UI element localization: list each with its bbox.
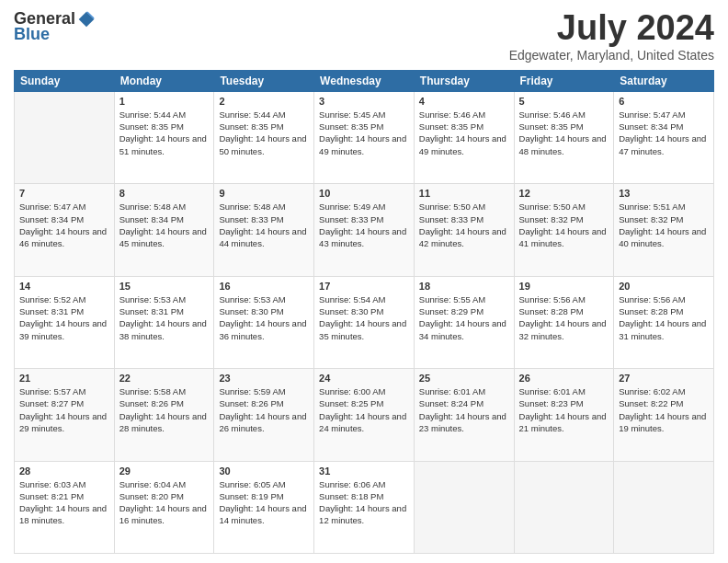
calendar-cell-1-1: 8Sunrise: 5:48 AMSunset: 8:34 PMDaylight…	[114, 184, 214, 276]
day-number: 13	[619, 188, 709, 199]
calendar-header-saturday: Saturday	[614, 70, 714, 91]
day-number: 29	[119, 465, 210, 477]
day-number: 9	[219, 188, 309, 199]
calendar-cell-3-6: 27Sunrise: 6:02 AMSunset: 8:22 PMDayligh…	[614, 369, 714, 461]
day-info: Sunrise: 6:05 AMSunset: 8:19 PMDaylight:…	[219, 478, 309, 527]
calendar-cell-2-4: 18Sunrise: 5:55 AMSunset: 8:29 PMDayligh…	[414, 276, 514, 368]
day-number: 19	[519, 281, 609, 292]
day-info: Sunrise: 5:50 AMSunset: 8:32 PMDaylight:…	[519, 201, 609, 249]
day-info: Sunrise: 5:54 AMSunset: 8:30 PMDaylight:…	[319, 293, 409, 342]
calendar-cell-2-1: 15Sunrise: 5:53 AMSunset: 8:31 PMDayligh…	[114, 276, 214, 368]
day-number: 18	[419, 281, 509, 292]
day-info: Sunrise: 5:57 AMSunset: 8:27 PMDaylight:…	[19, 385, 109, 434]
day-number: 17	[319, 281, 409, 292]
day-number: 12	[519, 188, 609, 199]
day-number: 10	[319, 188, 409, 199]
calendar-cell-0-0	[15, 91, 115, 183]
logo-icon	[77, 10, 96, 29]
calendar-week-row-3: 21Sunrise: 5:57 AMSunset: 8:27 PMDayligh…	[15, 369, 714, 461]
day-number: 30	[219, 465, 309, 477]
calendar-header-monday: Monday	[114, 70, 214, 91]
day-number: 16	[219, 281, 309, 292]
day-info: Sunrise: 5:44 AMSunset: 8:35 PMDaylight:…	[119, 109, 210, 157]
logo: General Blue	[14, 9, 96, 44]
calendar-cell-0-2: 2Sunrise: 5:44 AMSunset: 8:35 PMDaylight…	[214, 91, 314, 183]
day-info: Sunrise: 5:56 AMSunset: 8:28 PMDaylight:…	[619, 293, 709, 342]
calendar-week-row-2: 14Sunrise: 5:52 AMSunset: 8:31 PMDayligh…	[15, 276, 714, 368]
day-number: 5	[519, 96, 609, 107]
main-title: July 2024	[509, 9, 714, 48]
calendar-cell-0-4: 4Sunrise: 5:46 AMSunset: 8:35 PMDaylight…	[414, 91, 514, 183]
day-info: Sunrise: 6:01 AMSunset: 8:24 PMDaylight:…	[419, 385, 509, 434]
day-number: 6	[619, 96, 709, 107]
day-number: 23	[219, 373, 309, 384]
calendar-cell-0-3: 3Sunrise: 5:45 AMSunset: 8:35 PMDaylight…	[314, 91, 415, 183]
day-info: Sunrise: 6:01 AMSunset: 8:23 PMDaylight:…	[519, 385, 609, 434]
calendar-cell-4-5	[514, 461, 614, 553]
calendar-week-row-0: 1Sunrise: 5:44 AMSunset: 8:35 PMDaylight…	[15, 91, 714, 183]
day-info: Sunrise: 5:53 AMSunset: 8:30 PMDaylight:…	[219, 293, 309, 342]
day-number: 25	[419, 373, 509, 384]
day-number: 8	[119, 188, 210, 199]
calendar-cell-2-5: 19Sunrise: 5:56 AMSunset: 8:28 PMDayligh…	[514, 276, 614, 368]
calendar-cell-4-3: 31Sunrise: 6:06 AMSunset: 8:18 PMDayligh…	[314, 461, 415, 553]
day-number: 28	[19, 465, 109, 477]
day-number: 4	[419, 96, 509, 107]
day-number: 20	[619, 281, 709, 292]
calendar-cell-4-4	[414, 461, 514, 553]
day-info: Sunrise: 5:47 AMSunset: 8:34 PMDaylight:…	[19, 201, 109, 249]
calendar-cell-2-2: 16Sunrise: 5:53 AMSunset: 8:30 PMDayligh…	[214, 276, 314, 368]
calendar-cell-0-5: 5Sunrise: 5:46 AMSunset: 8:35 PMDaylight…	[514, 91, 614, 183]
day-info: Sunrise: 5:55 AMSunset: 8:29 PMDaylight:…	[419, 293, 509, 342]
calendar-header-wednesday: Wednesday	[314, 70, 415, 91]
day-number: 11	[419, 188, 509, 199]
calendar-header-thursday: Thursday	[414, 70, 514, 91]
calendar-cell-0-6: 6Sunrise: 5:47 AMSunset: 8:34 PMDaylight…	[614, 91, 714, 183]
day-number: 2	[219, 96, 309, 107]
title-section: July 2024 Edgewater, Maryland, United St…	[509, 9, 714, 63]
calendar-header-friday: Friday	[514, 70, 614, 91]
calendar-table: SundayMondayTuesdayWednesdayThursdayFrid…	[14, 70, 714, 554]
day-info: Sunrise: 5:59 AMSunset: 8:26 PMDaylight:…	[219, 385, 309, 434]
calendar-week-row-1: 7Sunrise: 5:47 AMSunset: 8:34 PMDaylight…	[15, 184, 714, 276]
day-number: 7	[19, 188, 109, 199]
page: General Blue July 2024 Edgewater, Maryla…	[0, 0, 728, 563]
day-number: 15	[119, 281, 210, 292]
calendar-cell-1-2: 9Sunrise: 5:48 AMSunset: 8:33 PMDaylight…	[214, 184, 314, 276]
calendar-cell-3-2: 23Sunrise: 5:59 AMSunset: 8:26 PMDayligh…	[214, 369, 314, 461]
day-info: Sunrise: 5:46 AMSunset: 8:35 PMDaylight:…	[419, 109, 509, 157]
calendar-cell-3-0: 21Sunrise: 5:57 AMSunset: 8:27 PMDayligh…	[15, 369, 115, 461]
calendar-cell-4-1: 29Sunrise: 6:04 AMSunset: 8:20 PMDayligh…	[114, 461, 214, 553]
calendar-cell-2-3: 17Sunrise: 5:54 AMSunset: 8:30 PMDayligh…	[314, 276, 415, 368]
calendar-cell-3-1: 22Sunrise: 5:58 AMSunset: 8:26 PMDayligh…	[114, 369, 214, 461]
day-info: Sunrise: 5:46 AMSunset: 8:35 PMDaylight:…	[519, 109, 609, 157]
day-number: 1	[119, 96, 210, 107]
calendar-week-row-4: 28Sunrise: 6:03 AMSunset: 8:21 PMDayligh…	[15, 461, 714, 553]
day-number: 26	[519, 373, 609, 384]
logo-blue: Blue	[14, 25, 50, 44]
calendar-cell-3-4: 25Sunrise: 6:01 AMSunset: 8:24 PMDayligh…	[414, 369, 514, 461]
day-info: Sunrise: 6:00 AMSunset: 8:25 PMDaylight:…	[319, 385, 409, 434]
day-info: Sunrise: 5:47 AMSunset: 8:34 PMDaylight:…	[619, 109, 709, 157]
day-info: Sunrise: 5:51 AMSunset: 8:32 PMDaylight:…	[619, 201, 709, 249]
day-number: 21	[19, 373, 109, 384]
calendar-cell-4-2: 30Sunrise: 6:05 AMSunset: 8:19 PMDayligh…	[214, 461, 314, 553]
calendar-cell-1-6: 13Sunrise: 5:51 AMSunset: 8:32 PMDayligh…	[614, 184, 714, 276]
day-number: 31	[319, 465, 409, 477]
day-info: Sunrise: 5:53 AMSunset: 8:31 PMDaylight:…	[119, 293, 210, 342]
day-number: 24	[319, 373, 409, 384]
day-number: 22	[119, 373, 210, 384]
day-info: Sunrise: 5:49 AMSunset: 8:33 PMDaylight:…	[319, 201, 409, 249]
calendar-cell-4-6	[614, 461, 714, 553]
day-info: Sunrise: 5:45 AMSunset: 8:35 PMDaylight:…	[319, 109, 409, 157]
day-info: Sunrise: 5:50 AMSunset: 8:33 PMDaylight:…	[419, 201, 509, 249]
calendar-cell-3-3: 24Sunrise: 6:00 AMSunset: 8:25 PMDayligh…	[314, 369, 415, 461]
day-info: Sunrise: 6:06 AMSunset: 8:18 PMDaylight:…	[319, 478, 409, 527]
calendar-cell-1-0: 7Sunrise: 5:47 AMSunset: 8:34 PMDaylight…	[15, 184, 115, 276]
calendar-header-sunday: Sunday	[15, 70, 115, 91]
svg-marker-0	[79, 11, 95, 27]
day-info: Sunrise: 6:04 AMSunset: 8:20 PMDaylight:…	[119, 478, 210, 527]
day-info: Sunrise: 5:52 AMSunset: 8:31 PMDaylight:…	[19, 293, 109, 342]
day-number: 3	[319, 96, 409, 107]
header: General Blue July 2024 Edgewater, Maryla…	[14, 9, 714, 63]
